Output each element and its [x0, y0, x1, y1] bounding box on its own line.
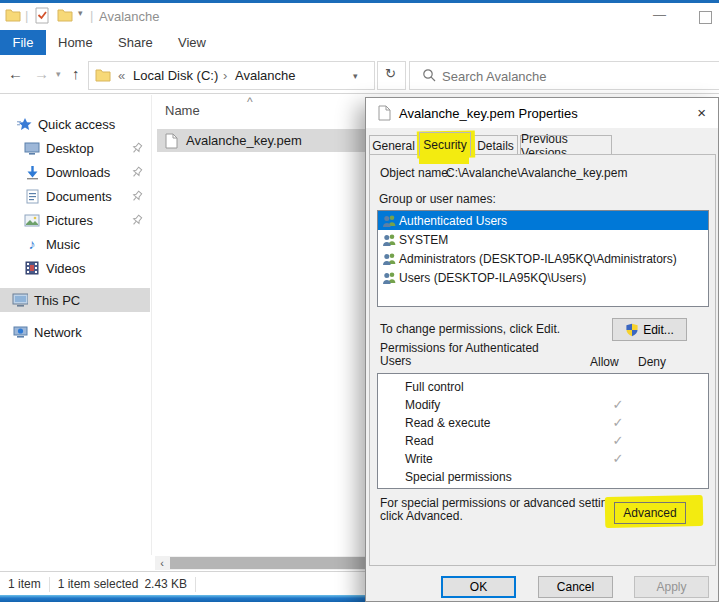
qat-customize-dropdown-icon[interactable]: ▾	[78, 8, 83, 18]
search-input[interactable]	[440, 65, 714, 87]
sidebar-item-downloads[interactable]: Downloads	[0, 160, 150, 184]
ribbon-tab-home[interactable]: Home	[58, 30, 93, 55]
refresh-button[interactable]: ↻	[377, 61, 406, 90]
horizontal-scrollbar[interactable]: ‹	[155, 556, 365, 570]
uac-shield-icon	[625, 323, 639, 337]
tab-previous-versions[interactable]: Previous Versions	[520, 135, 612, 155]
apply-button: Apply	[634, 576, 709, 598]
dialog-title: Avalanche_key.pem Properties	[399, 106, 578, 121]
permission-row-read: Read ✓	[378, 432, 708, 450]
breadcrumb-overflow-icon[interactable]: «	[118, 68, 125, 83]
permission-name: Special permissions	[405, 470, 512, 484]
qat-check-document-icon[interactable]	[35, 7, 49, 28]
tab-security[interactable]: Security	[419, 132, 471, 156]
breadcrumb-separator: ›	[223, 68, 227, 83]
qat-separator-2: |	[90, 8, 93, 23]
sidebar-label: Music	[46, 237, 80, 252]
recent-locations-icon[interactable]: ▾	[56, 69, 61, 79]
breadcrumb-local-disk[interactable]: Local Disk (C:)	[133, 68, 218, 83]
allow-checkmark: ✓	[603, 415, 633, 430]
quick-access-star-icon	[16, 117, 32, 132]
dialog-close-icon[interactable]: ×	[697, 104, 706, 121]
edit-button[interactable]: Edit...	[612, 318, 687, 341]
window-title: Avalanche	[99, 9, 159, 24]
minimize-button[interactable]: —	[653, 7, 666, 22]
status-separator-2	[195, 577, 196, 592]
ribbon-tab-view[interactable]: View	[178, 30, 206, 55]
users-icon	[382, 271, 399, 284]
ok-button[interactable]: OK	[441, 576, 516, 598]
sidebar-item-desktop[interactable]: Desktop	[0, 136, 150, 160]
allow-checkmark: ✓	[603, 397, 633, 412]
tab-general[interactable]: General	[369, 135, 418, 155]
group-row-system[interactable]: SYSTEM	[378, 230, 708, 249]
search-box[interactable]	[409, 61, 719, 90]
group-user-list[interactable]: Authenticated Users SYSTEM Administrator…	[377, 210, 709, 307]
sidebar-item-this-pc[interactable]: This PC	[0, 288, 150, 312]
ribbon-tab-share[interactable]: Share	[118, 30, 153, 55]
search-icon	[422, 68, 436, 86]
sidebar-item-network[interactable]: Network	[0, 320, 150, 344]
screen: | ▾ | Avalanche — File Home Share View ←…	[0, 0, 719, 602]
downloads-icon	[24, 165, 40, 180]
back-icon[interactable]: ←	[8, 65, 23, 82]
qat-separator: |	[25, 8, 28, 23]
file-row-avalanche-key[interactable]: Avalanche_key.pem	[157, 129, 365, 152]
permission-row-modify: Modify ✓	[378, 396, 708, 414]
tab-details[interactable]: Details	[473, 135, 518, 155]
ribbon-tab-strip	[0, 30, 719, 57]
users-icon	[382, 214, 399, 227]
advanced-button[interactable]: Advanced	[614, 502, 686, 524]
sidebar-label: This PC	[34, 293, 80, 308]
pin-icon	[127, 165, 144, 183]
ribbon-tab-file[interactable]: File	[0, 30, 46, 55]
sidebar-item-pictures[interactable]: Pictures	[0, 208, 150, 232]
sidebar-item-quick-access[interactable]: Quick access	[0, 112, 150, 136]
permissions-list[interactable]: Full control Modify ✓ Read & execute ✓ R…	[377, 373, 709, 489]
sidebar-item-music[interactable]: ♪ Music	[0, 232, 150, 256]
advanced-hint-line1: For special permissions or advanced sett…	[380, 496, 623, 510]
properties-dialog: Avalanche_key.pem Properties × General S…	[365, 97, 719, 602]
column-header-name[interactable]: Name	[165, 103, 200, 118]
status-size: 2.43 KB	[144, 577, 187, 591]
sidebar-label: Documents	[46, 189, 112, 204]
group-row-authenticated-users[interactable]: Authenticated Users	[378, 211, 708, 230]
edit-hint: To change permissions, click Edit.	[380, 322, 560, 336]
sidebar-item-videos[interactable]: Videos	[0, 256, 150, 280]
group-row-administrators[interactable]: Administrators (DESKTOP-ILA95KQ\Administ…	[378, 249, 708, 268]
permission-name: Modify	[405, 398, 440, 412]
apply-button-label: Apply	[656, 580, 686, 594]
up-icon[interactable]: ↑	[72, 65, 80, 82]
allow-checkmark: ✓	[603, 433, 633, 448]
videos-icon	[24, 261, 40, 275]
scroll-left-icon[interactable]: ‹	[155, 556, 169, 570]
window-folder-icon	[5, 8, 21, 26]
permission-row-full-control: Full control	[378, 378, 708, 396]
users-icon	[382, 233, 399, 246]
group-row-users[interactable]: Users (DESKTOP-ILA95KQ\Users)	[378, 268, 708, 287]
address-bar[interactable]: « Local Disk (C:) › Avalanche ▾	[88, 61, 375, 90]
maximize-button[interactable]	[699, 11, 712, 24]
object-name-label: Object name:	[380, 166, 451, 180]
forward-icon: →	[34, 65, 49, 82]
sidebar-label: Desktop	[46, 141, 94, 156]
permission-row-write: Write ✓	[378, 450, 708, 468]
group-list-label: Group or user names:	[379, 192, 496, 206]
cancel-button[interactable]: Cancel	[538, 576, 613, 598]
status-item-count: 1 item	[8, 577, 41, 591]
address-dropdown-icon[interactable]: ▾	[353, 71, 358, 81]
pictures-icon	[24, 214, 40, 227]
dialog-title-bar: Avalanche_key.pem Properties ×	[366, 98, 718, 128]
title-bar: | ▾ | Avalanche —	[0, 3, 719, 30]
breadcrumb-avalanche[interactable]: Avalanche	[235, 68, 295, 83]
qat-new-folder-icon[interactable]	[57, 8, 73, 26]
sort-ascending-icon[interactable]: ^	[247, 95, 253, 109]
sidebar-label: Pictures	[46, 213, 93, 228]
allow-column-label: Allow	[590, 355, 619, 369]
documents-icon	[24, 189, 40, 204]
sidebar-item-documents[interactable]: Documents	[0, 184, 150, 208]
edit-button-label: Edit...	[643, 323, 674, 337]
group-name: SYSTEM	[399, 233, 448, 247]
sidebar-label: Videos	[46, 261, 86, 276]
scrollbar-thumb[interactable]	[170, 557, 365, 569]
